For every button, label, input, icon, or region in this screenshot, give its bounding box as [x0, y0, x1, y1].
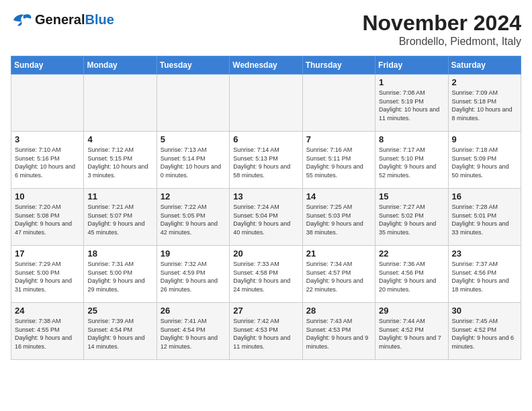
day-info: Sunrise: 7:31 AM Sunset: 5:00 PM Dayligh…: [87, 260, 152, 293]
day-number: 9: [452, 134, 517, 144]
month-year-title: November 2024: [362, 11, 521, 36]
day-number: 24: [15, 306, 80, 316]
calendar-cell: 7Sunrise: 7:16 AM Sunset: 5:11 PM Daylig…: [302, 132, 375, 189]
day-number: 20: [233, 248, 298, 259]
day-number: 19: [161, 248, 226, 259]
calendar-cell: 6Sunrise: 7:14 AM Sunset: 5:13 PM Daylig…: [230, 132, 302, 189]
day-info: Sunrise: 7:22 AM Sunset: 5:05 PM Dayligh…: [161, 203, 226, 236]
day-number: 15: [379, 191, 444, 201]
weekday-header-saturday: Saturday: [448, 56, 521, 75]
day-number: 11: [87, 191, 152, 201]
calendar-cell: [11, 75, 84, 132]
day-info: Sunrise: 7:12 AM Sunset: 5:15 PM Dayligh…: [87, 146, 152, 179]
weekday-header-row: SundayMondayTuesdayWednesdayThursdayFrid…: [11, 56, 521, 75]
calendar-cell: 21Sunrise: 7:34 AM Sunset: 4:57 PM Dayli…: [302, 246, 375, 303]
day-info: Sunrise: 7:45 AM Sunset: 4:52 PM Dayligh…: [452, 317, 517, 351]
calendar-cell: 25Sunrise: 7:39 AM Sunset: 4:54 PM Dayli…: [84, 303, 157, 360]
day-info: Sunrise: 7:41 AM Sunset: 4:54 PM Dayligh…: [161, 317, 226, 351]
day-info: Sunrise: 7:21 AM Sunset: 5:07 PM Dayligh…: [87, 203, 152, 236]
day-number: 30: [452, 306, 517, 316]
day-info: Sunrise: 7:33 AM Sunset: 4:58 PM Dayligh…: [233, 260, 298, 293]
day-info: Sunrise: 7:44 AM Sunset: 4:52 PM Dayligh…: [379, 317, 444, 351]
weekday-header-thursday: Thursday: [302, 56, 375, 75]
day-number: 1: [379, 77, 444, 87]
day-info: Sunrise: 7:14 AM Sunset: 5:13 PM Dayligh…: [233, 146, 298, 179]
day-number: 25: [87, 306, 152, 316]
calendar-cell: 4Sunrise: 7:12 AM Sunset: 5:15 PM Daylig…: [84, 132, 157, 189]
calendar-cell: 14Sunrise: 7:25 AM Sunset: 5:03 PM Dayli…: [302, 189, 375, 246]
calendar-cell: 24Sunrise: 7:38 AM Sunset: 4:55 PM Dayli…: [11, 303, 84, 360]
logo-general: General: [35, 12, 85, 28]
calendar-cell: 2Sunrise: 7:09 AM Sunset: 5:18 PM Daylig…: [448, 75, 521, 132]
calendar-cell: 13Sunrise: 7:24 AM Sunset: 5:04 PM Dayli…: [230, 189, 302, 246]
weekday-header-sunday: Sunday: [11, 56, 84, 75]
day-info: Sunrise: 7:16 AM Sunset: 5:11 PM Dayligh…: [306, 146, 371, 179]
day-number: 21: [306, 248, 371, 259]
day-info: Sunrise: 7:09 AM Sunset: 5:18 PM Dayligh…: [452, 89, 517, 122]
day-number: 6: [233, 134, 298, 144]
day-info: Sunrise: 7:36 AM Sunset: 4:56 PM Dayligh…: [379, 260, 444, 293]
calendar-cell: 29Sunrise: 7:44 AM Sunset: 4:52 PM Dayli…: [375, 303, 448, 360]
day-info: Sunrise: 7:10 AM Sunset: 5:16 PM Dayligh…: [15, 146, 80, 179]
day-info: Sunrise: 7:43 AM Sunset: 4:53 PM Dayligh…: [306, 317, 371, 351]
calendar-cell: 9Sunrise: 7:18 AM Sunset: 5:09 PM Daylig…: [448, 132, 521, 189]
day-number: 5: [161, 134, 226, 144]
day-number: 27: [233, 306, 298, 316]
calendar-cell: 17Sunrise: 7:29 AM Sunset: 5:00 PM Dayli…: [11, 246, 84, 303]
day-number: 23: [452, 248, 517, 259]
week-row-2: 3Sunrise: 7:10 AM Sunset: 5:16 PM Daylig…: [11, 132, 521, 189]
day-info: Sunrise: 7:20 AM Sunset: 5:08 PM Dayligh…: [15, 203, 80, 236]
weekday-header-wednesday: Wednesday: [230, 56, 302, 75]
calendar-table: SundayMondayTuesdayWednesdayThursdayFrid…: [11, 56, 521, 360]
day-number: 26: [161, 306, 226, 316]
calendar-cell: 26Sunrise: 7:41 AM Sunset: 4:54 PM Dayli…: [157, 303, 229, 360]
calendar-cell: 19Sunrise: 7:32 AM Sunset: 4:59 PM Dayli…: [157, 246, 229, 303]
day-info: Sunrise: 7:13 AM Sunset: 5:14 PM Dayligh…: [161, 146, 226, 179]
day-info: Sunrise: 7:37 AM Sunset: 4:56 PM Dayligh…: [452, 260, 517, 293]
calendar-cell: 8Sunrise: 7:17 AM Sunset: 5:10 PM Daylig…: [375, 132, 448, 189]
day-info: Sunrise: 7:28 AM Sunset: 5:01 PM Dayligh…: [452, 203, 517, 236]
day-number: 13: [233, 191, 298, 201]
calendar-cell: 30Sunrise: 7:45 AM Sunset: 4:52 PM Dayli…: [448, 303, 521, 360]
week-row-3: 10Sunrise: 7:20 AM Sunset: 5:08 PM Dayli…: [11, 189, 521, 246]
calendar-cell: 22Sunrise: 7:36 AM Sunset: 4:56 PM Dayli…: [375, 246, 448, 303]
week-row-1: 1Sunrise: 7:08 AM Sunset: 5:19 PM Daylig…: [11, 75, 521, 132]
day-number: 12: [161, 191, 226, 201]
day-number: 16: [452, 191, 517, 201]
calendar-cell: 10Sunrise: 7:20 AM Sunset: 5:08 PM Dayli…: [11, 189, 84, 246]
day-info: Sunrise: 7:34 AM Sunset: 4:57 PM Dayligh…: [306, 260, 371, 293]
day-info: Sunrise: 7:18 AM Sunset: 5:09 PM Dayligh…: [452, 146, 517, 179]
calendar-cell: 11Sunrise: 7:21 AM Sunset: 5:07 PM Dayli…: [84, 189, 157, 246]
page-header: GeneralBlue November 2024 Brondello, Pie…: [11, 11, 521, 48]
day-number: 4: [87, 134, 152, 144]
day-number: 3: [15, 134, 80, 144]
day-info: Sunrise: 7:27 AM Sunset: 5:02 PM Dayligh…: [379, 203, 444, 236]
calendar-cell: 28Sunrise: 7:43 AM Sunset: 4:53 PM Dayli…: [302, 303, 375, 360]
day-number: 2: [452, 77, 517, 87]
calendar-cell: [84, 75, 157, 132]
day-number: 29: [379, 306, 444, 316]
day-number: 14: [306, 191, 371, 201]
day-info: Sunrise: 7:29 AM Sunset: 5:00 PM Dayligh…: [15, 260, 80, 293]
calendar-title-area: November 2024 Brondello, Piedmont, Italy: [362, 11, 521, 48]
calendar-cell: 15Sunrise: 7:27 AM Sunset: 5:02 PM Dayli…: [375, 189, 448, 246]
weekday-header-monday: Monday: [84, 56, 157, 75]
calendar-cell: 3Sunrise: 7:10 AM Sunset: 5:16 PM Daylig…: [11, 132, 84, 189]
calendar-cell: 1Sunrise: 7:08 AM Sunset: 5:19 PM Daylig…: [375, 75, 448, 132]
day-info: Sunrise: 7:42 AM Sunset: 4:53 PM Dayligh…: [233, 317, 298, 351]
calendar-cell: 18Sunrise: 7:31 AM Sunset: 5:00 PM Dayli…: [84, 246, 157, 303]
day-info: Sunrise: 7:32 AM Sunset: 4:59 PM Dayligh…: [161, 260, 226, 293]
calendar-cell: 5Sunrise: 7:13 AM Sunset: 5:14 PM Daylig…: [157, 132, 229, 189]
calendar-cell: [302, 75, 375, 132]
day-info: Sunrise: 7:38 AM Sunset: 4:55 PM Dayligh…: [15, 317, 80, 351]
day-number: 18: [87, 248, 152, 259]
weekday-header-friday: Friday: [375, 56, 448, 75]
day-number: 17: [15, 248, 80, 259]
calendar-cell: 12Sunrise: 7:22 AM Sunset: 5:05 PM Dayli…: [157, 189, 229, 246]
day-number: 22: [379, 248, 444, 259]
calendar-cell: 20Sunrise: 7:33 AM Sunset: 4:58 PM Dayli…: [230, 246, 302, 303]
weekday-header-tuesday: Tuesday: [157, 56, 229, 75]
day-info: Sunrise: 7:17 AM Sunset: 5:10 PM Dayligh…: [379, 146, 444, 179]
calendar-cell: 16Sunrise: 7:28 AM Sunset: 5:01 PM Dayli…: [448, 189, 521, 246]
calendar-cell: 23Sunrise: 7:37 AM Sunset: 4:56 PM Dayli…: [448, 246, 521, 303]
